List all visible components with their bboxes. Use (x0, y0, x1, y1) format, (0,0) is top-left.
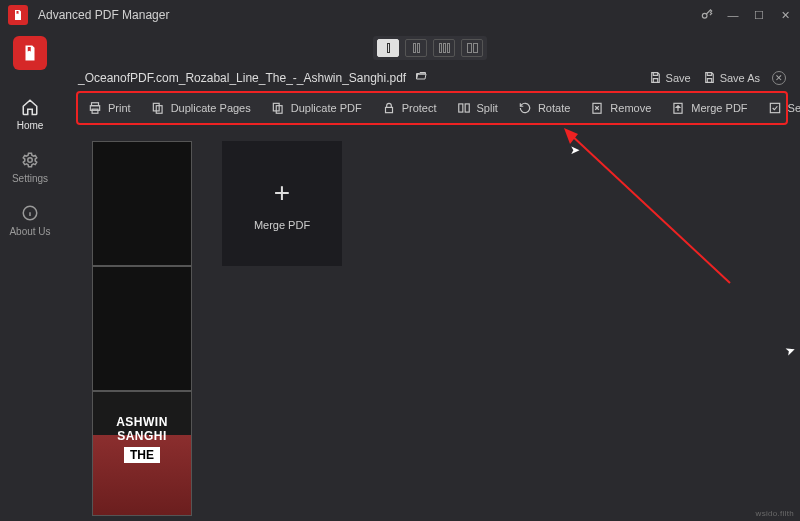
sidebar-item-settings[interactable]: Settings (0, 141, 60, 194)
merge-pdf-tile[interactable]: + Merge PDF (222, 141, 342, 266)
sidebar: Home Settings About Us (0, 30, 60, 521)
svg-rect-17 (770, 103, 779, 112)
view-two-button[interactable] (405, 39, 427, 57)
duplicate-pages-button[interactable]: Duplicate Pages (141, 93, 261, 123)
title-bar: Advanced PDF Manager — ☐ ✕ (0, 0, 800, 30)
save-button[interactable]: Save (649, 71, 691, 84)
save-as-button[interactable]: Save As (703, 71, 760, 84)
svg-rect-13 (458, 104, 462, 112)
merge-pdf-button[interactable]: Merge PDF (661, 93, 757, 123)
document-header: _OceanofPDF.com_Rozabal_Line_The_-_Ashwi… (78, 70, 786, 85)
rotate-button[interactable]: Rotate (508, 93, 580, 123)
duplicate-pdf-button[interactable]: Duplicate PDF (261, 93, 372, 123)
sidebar-logo-icon (13, 36, 47, 70)
sidebar-item-about[interactable]: About Us (0, 194, 60, 247)
save-as-label: Save As (720, 72, 760, 84)
view-single-button[interactable] (377, 39, 399, 57)
page-thumbnail[interactable]: ASHWIN SANGHI THE (92, 391, 192, 516)
plus-icon: + (274, 177, 290, 209)
print-button[interactable]: Print (78, 93, 141, 123)
document-block: _OceanofPDF.com_Rozabal_Line_The_-_Ashwi… (78, 70, 786, 521)
sidebar-item-home[interactable]: Home (0, 88, 60, 141)
svg-point-1 (28, 158, 33, 163)
minimize-button[interactable]: — (726, 9, 740, 21)
view-mode-group (373, 36, 487, 60)
close-document-button[interactable]: ✕ (772, 71, 786, 85)
cover-title: THE (124, 447, 160, 463)
svg-rect-12 (385, 107, 392, 112)
document-filename: _OceanofPDF.com_Rozabal_Line_The_-_Ashwi… (78, 71, 406, 85)
view-split-button[interactable] (461, 39, 483, 57)
action-toolbar: Print Duplicate Pages Duplicate PDF Prot… (78, 93, 786, 123)
main-area: _OceanofPDF.com_Rozabal_Line_The_-_Ashwi… (60, 30, 800, 521)
select-all-button[interactable]: Select All (758, 93, 800, 123)
window-controls: — ☐ ✕ (700, 7, 792, 23)
svg-rect-14 (465, 104, 469, 112)
sidebar-home-label: Home (17, 120, 44, 131)
save-label: Save (666, 72, 691, 84)
key-icon[interactable] (700, 7, 714, 23)
split-button[interactable]: Split (447, 93, 508, 123)
close-button[interactable]: ✕ (778, 9, 792, 22)
app-title: Advanced PDF Manager (38, 8, 700, 22)
open-folder-icon[interactable] (414, 70, 428, 85)
maximize-button[interactable]: ☐ (752, 9, 766, 22)
sidebar-about-label: About Us (9, 226, 50, 237)
view-toolbar (60, 30, 800, 70)
watermark-text: wsido.filth (756, 509, 794, 518)
app-logo-icon (8, 5, 28, 25)
merge-tile-label: Merge PDF (254, 219, 310, 231)
view-three-button[interactable] (433, 39, 455, 57)
remove-button[interactable]: Remove (580, 93, 661, 123)
protect-button[interactable]: Protect (372, 93, 447, 123)
sidebar-settings-label: Settings (12, 173, 48, 184)
svg-point-0 (702, 13, 707, 18)
cover-author: ASHWIN SANGHI (93, 415, 191, 443)
